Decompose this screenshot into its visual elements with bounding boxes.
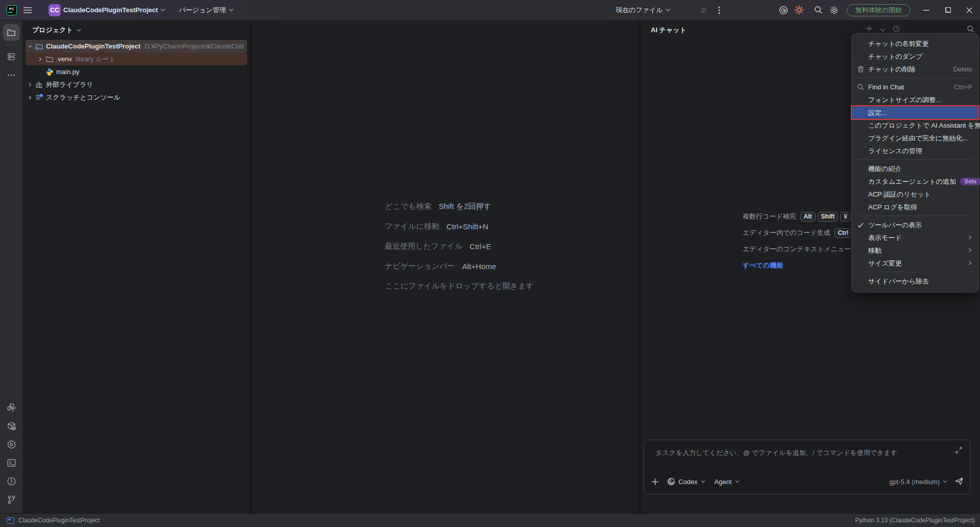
python-console-icon xyxy=(7,403,16,413)
more-horizontal-icon xyxy=(7,74,15,76)
debug-button[interactable] xyxy=(696,3,712,18)
project-panel: プロジェクト ClaudeCodePluginTestProjectD:¥PyC… xyxy=(23,20,252,513)
folder-icon xyxy=(45,55,54,63)
menu-item-このプロジェクトで-AI-Assistant-を[interactable]: このプロジェクトで AI Assistant を無効化 xyxy=(852,119,978,132)
project-widget[interactable]: CC ClaudeCodePluginTestProject xyxy=(45,3,168,18)
editor-area[interactable]: どこでも検索Shift を2回押すファイルに移動Ctrl+Shift+N最近使用… xyxy=(252,20,641,513)
menu-item-label: プラグイン経由で完全に無効化... xyxy=(868,134,968,143)
menu-item-label: 設定... xyxy=(868,108,887,117)
problems-tool-button[interactable] xyxy=(3,473,20,490)
close-button[interactable] xyxy=(959,1,980,20)
more-actions-button[interactable] xyxy=(712,3,727,18)
menu-item-チャットの名前変更[interactable]: チャットの名前変更 xyxy=(852,37,978,50)
status-project-widget[interactable]: ClaudeCodePluginTestProject xyxy=(7,517,100,524)
free-trial-button[interactable]: 無料体験の開始 xyxy=(847,4,911,16)
search-icon[interactable] xyxy=(967,25,975,33)
menu-item-ACP-ログを取得[interactable]: ACP ログを取得 xyxy=(852,201,978,213)
tree-row--[interactable]: スクラッチとコンソール xyxy=(26,91,247,104)
project-panel-header[interactable]: プロジェクト xyxy=(23,20,250,40)
ai-chat-context-menu: チャットの名前変更チャットのダンプチャットの削除DeleteFind in Ch… xyxy=(851,33,979,293)
history-icon[interactable] xyxy=(893,25,900,33)
chevron-down-icon[interactable] xyxy=(880,27,886,34)
project-folder-icon xyxy=(35,42,44,51)
libraries-icon xyxy=(35,81,44,89)
title-project-name: ClaudeCodePluginTestProject xyxy=(63,6,158,14)
shortcut-hint-row: ナビゲーションバーAlt+Home xyxy=(385,256,533,276)
menu-item-表示モ-ド[interactable]: 表示モード xyxy=(852,231,978,244)
menu-item-フォントサイズの調整-[interactable]: フォントサイズの調整... xyxy=(852,93,978,106)
status-bar: ClaudeCodePluginTestProject Python 3.13 … xyxy=(0,513,980,527)
menu-item-label: サイドバーから除去 xyxy=(868,277,929,286)
minimize-button[interactable] xyxy=(916,1,937,20)
menu-separator xyxy=(857,215,973,216)
menu-item-プラグイン経由で完全に無効化-[interactable]: プラグイン経由で完全に無効化... xyxy=(852,132,978,145)
python-console-tool-button[interactable] xyxy=(3,399,20,416)
expand-input-button[interactable] xyxy=(955,446,963,456)
project-tree: ClaudeCodePluginTestProjectD:¥PyCharmPro… xyxy=(23,40,250,104)
menu-item-ACP-認証のリセット[interactable]: ACP 認証のリセット xyxy=(852,188,978,201)
search-everywhere-button[interactable] xyxy=(811,3,826,18)
codex-logo-icon xyxy=(667,477,675,486)
terminal-tool-button[interactable] xyxy=(3,454,20,471)
restore-icon xyxy=(945,7,951,13)
chevron-right-icon[interactable] xyxy=(26,95,35,100)
status-project-name: ClaudeCodePluginTestProject xyxy=(18,517,100,524)
chevron-right-icon[interactable] xyxy=(36,57,45,62)
provider-selector[interactable]: Codex xyxy=(667,477,705,486)
menu-item-Find-in-Chat[interactable]: Find in ChatCtrl+F xyxy=(852,81,978,93)
ai-assistant-button[interactable] xyxy=(776,3,791,18)
chevron-down-icon xyxy=(701,480,705,483)
menu-item-サイドバ-から除去[interactable]: サイドバーから除去 xyxy=(852,275,978,288)
model-selector[interactable]: gpt-5.4 (medium) xyxy=(889,478,947,486)
main-menu-button[interactable] xyxy=(20,3,35,18)
restore-button[interactable] xyxy=(937,1,959,20)
tree-item-label: ClaudeCodePluginTestProject xyxy=(46,42,140,50)
run-config-label: 現在のファイル xyxy=(616,6,663,15)
menu-item-チャットの削除[interactable]: チャットの削除Delete xyxy=(852,63,978,76)
more-vertical-icon xyxy=(718,6,720,14)
title-bar: PC CC ClaudeCodePluginTestProject バージョン管… xyxy=(0,0,980,20)
tree-row--[interactable]: 外部ライブラリ xyxy=(26,78,247,91)
chat-input-placeholder: タスクを入力してください、@ でファイルを追加、/ でコマンドを使用できます xyxy=(655,448,897,458)
python-interpreter-widget[interactable]: Python 3.13 (ClaudeCodePluginTestProject… xyxy=(855,517,975,524)
send-button[interactable] xyxy=(954,476,964,487)
python-packages-tool-button[interactable] xyxy=(3,418,20,435)
tree-row-.venv[interactable]: .venvlibrary ルート xyxy=(26,53,247,65)
provider-label: Codex xyxy=(678,478,698,486)
menu-item-設定-[interactable]: 設定... xyxy=(852,106,978,119)
menu-item-ツ-ルバ-の表示[interactable]: ツールバーの表示 xyxy=(852,219,978,231)
vcs-label: バージョン管理 xyxy=(179,6,226,15)
chevron-down-icon xyxy=(160,8,165,12)
settings-button[interactable] xyxy=(826,3,842,18)
services-tool-button[interactable] xyxy=(3,436,20,453)
chevron-down-icon[interactable] xyxy=(26,44,35,49)
mode-selector[interactable]: Agent xyxy=(715,478,740,486)
claude-button[interactable] xyxy=(791,3,807,18)
menu-item-label: 表示モード xyxy=(868,233,902,243)
run-configuration-selector[interactable]: 現在のファイル xyxy=(612,3,674,18)
menu-item-ライセンスの管理[interactable]: ライセンスの管理 xyxy=(852,145,978,157)
menu-item-機能の紹介[interactable]: 機能の紹介 xyxy=(852,162,978,175)
project-tool-button[interactable] xyxy=(3,24,20,41)
vcs-widget[interactable]: バージョン管理 xyxy=(176,3,236,18)
run-button[interactable] xyxy=(681,3,696,18)
project-folder-tool-icon xyxy=(7,28,16,37)
version-control-tool-button[interactable] xyxy=(3,491,20,508)
tree-item-path: D:¥PyCharmProjects¥ClaudeCodePluginTestP… xyxy=(144,42,244,50)
menu-item-カスタムエ-ジェントの追加[interactable]: カスタムエージェントの追加Beta xyxy=(852,175,978,188)
menu-item-サイズ変更[interactable]: サイズ変更 xyxy=(852,257,978,270)
tree-row-main.py[interactable]: main.py xyxy=(26,65,247,78)
menu-item-チャットのダンプ[interactable]: チャットのダンプ xyxy=(852,50,978,63)
chevron-right-icon[interactable] xyxy=(26,82,35,87)
plus-icon xyxy=(651,478,659,486)
menu-item-移動[interactable]: 移動 xyxy=(852,244,978,257)
search-icon xyxy=(814,6,823,14)
tree-row-ClaudeCodePluginTestProject[interactable]: ClaudeCodePluginTestProjectD:¥PyCharmPro… xyxy=(26,40,247,53)
attach-button[interactable] xyxy=(651,478,659,486)
structure-tool-button[interactable] xyxy=(3,48,20,65)
chat-input-box[interactable]: タスクを入力してください、@ でファイルを追加、/ でコマンドを使用できます C… xyxy=(644,440,970,494)
menu-item-label: カスタムエージェントの追加 xyxy=(868,177,956,186)
more-tool-windows-button[interactable] xyxy=(3,66,20,83)
plus-icon[interactable] xyxy=(866,25,873,32)
kbd-key: Shift xyxy=(818,212,839,222)
